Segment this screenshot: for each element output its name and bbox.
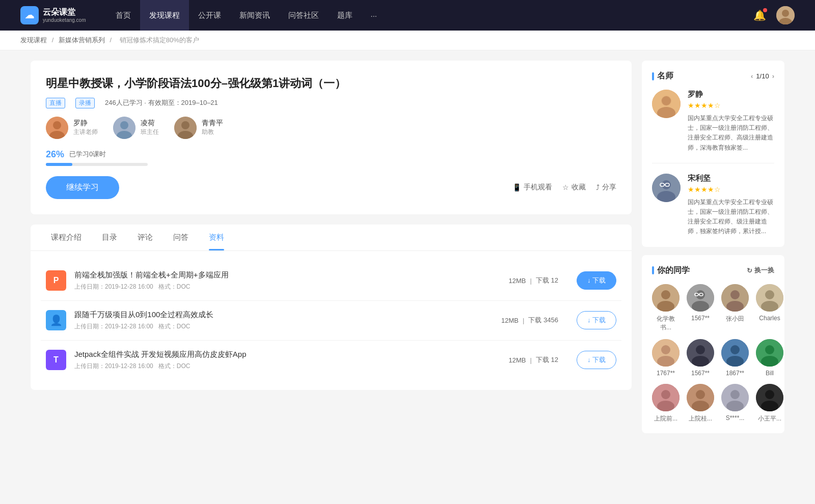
resource-icon-3: T (46, 350, 66, 370)
tab-reviews[interactable]: 评论 (127, 225, 163, 250)
mobile-icon: 📱 (512, 183, 521, 191)
svg-point-57 (726, 401, 744, 411)
notification-bell[interactable]: 🔔 (753, 9, 766, 21)
nav-item-qa[interactable]: 问答社区 (279, 0, 328, 31)
refresh-label: 换一换 (754, 266, 774, 275)
classmate-12[interactable]: 小王平... (756, 384, 783, 423)
progress-bar-bg (46, 163, 148, 166)
action-share[interactable]: ⤴ 分享 (596, 183, 616, 192)
classmate-2[interactable]: 1567** (687, 284, 714, 332)
nav-item-discover[interactable]: 发现课程 (140, 0, 189, 31)
sidebar-teacher-2-stars: ★★★★☆ (688, 185, 774, 193)
nav-item-open[interactable]: 公开课 (189, 0, 230, 31)
nav-item-more[interactable]: ··· (362, 0, 387, 31)
classmate-6-name: 1567** (691, 370, 710, 377)
breadcrumb-link-discover[interactable]: 发现课程 (20, 36, 47, 44)
classmate-3[interactable]: 张小田 (721, 284, 749, 332)
sidebar-teacher-1-desc: 国内某重点大学安全工程专业硕士，国家一级注册消防工程师、注册安全工程师、高级注册… (688, 114, 774, 153)
teachers-list: 罗静 主讲老师 凌荷 班主任 (46, 117, 616, 139)
svg-point-7 (120, 121, 128, 129)
svg-point-1 (782, 10, 789, 17)
classmate-10-name: 上院桂... (689, 414, 712, 423)
sidebar-teacher-2: 宋利坚 ★★★★☆ 国内某重点大学安全工程专业硕士，国家一级注册消防工程师、注册… (652, 174, 774, 237)
classmate-6[interactable]: 1567** (687, 339, 714, 377)
teachers-next-btn[interactable]: › (772, 72, 774, 80)
classmates-card: 你的同学 ↻ 换一换 化学教书... 1567** (642, 255, 784, 433)
teacher-2-name: 凌荷 (141, 119, 159, 128)
resource-meta-1: 上传日期：2019-12-28 16:00 格式：DOC (74, 283, 500, 291)
notification-dot (763, 8, 767, 12)
teachers-prev-btn[interactable]: ‹ (751, 72, 753, 80)
breadcrumb-sep-2: / (110, 36, 113, 44)
nav-right: 🔔 (753, 6, 795, 24)
teacher-1-name: 罗静 (73, 119, 98, 128)
course-meta-text: 246人已学习 · 有效期至：2019–10–21 (105, 98, 218, 107)
classmate-4[interactable]: Charles (756, 284, 783, 332)
teacher-1-info: 罗静 主讲老师 (73, 119, 98, 136)
teacher-3-avatar (174, 117, 197, 139)
classmate-1-avatar (652, 284, 680, 312)
teachers-pagination: ‹ 1/10 › (751, 72, 774, 80)
classmates-grid: 化学教书... 1567** 张小田 (652, 284, 774, 423)
nav-items: 首页 发现课程 公开课 新闻资讯 问答社区 题库 ··· (106, 0, 753, 31)
sidebar-teacher-1: 罗静 ★★★★☆ 国内某重点大学安全工程专业硕士，国家一级注册消防工程师、注册安… (652, 90, 774, 163)
breadcrumb-link-series[interactable]: 新媒体营销系列 (59, 36, 105, 44)
classmate-7[interactable]: 1867** (721, 339, 749, 377)
continue-button[interactable]: 继续学习 (46, 176, 119, 199)
download-button-1[interactable]: ↓ 下载 (577, 271, 616, 290)
resource-info-2: 跟随千万级项目从0到100全过程高效成长 上传日期：2019-12-28 16:… (74, 310, 493, 331)
classmate-12-avatar (756, 384, 783, 411)
tab-qa[interactable]: 问答 (163, 225, 199, 250)
classmate-11[interactable]: S****... (721, 384, 749, 423)
progress-section: 26% 已学习0课时 (46, 149, 616, 166)
progress-label: 26% 已学习0课时 (46, 149, 616, 160)
classmate-8[interactable]: Bill (756, 339, 783, 377)
nav-item-quiz[interactable]: 题库 (328, 0, 362, 31)
resource-name-1: 前端全栈加强版！前端全栈+全周期+多端应用 (74, 270, 500, 280)
progress-bar-fill (46, 163, 72, 166)
progress-text: 已学习0课时 (69, 150, 106, 159)
classmate-8-avatar (756, 339, 783, 367)
classmate-3-name: 张小田 (726, 315, 744, 323)
action-favorite[interactable]: ☆ 收藏 (562, 183, 586, 192)
teachers-label: 名师 (652, 71, 673, 81)
classmate-5[interactable]: 1767** (652, 339, 680, 377)
download-button-3[interactable]: ↓ 下载 (577, 351, 616, 369)
resource-name-2: 跟随千万级项目从0到100全过程高效成长 (74, 310, 493, 320)
classmate-10[interactable]: 上院桂... (687, 384, 714, 423)
action-mobile[interactable]: 📱 手机观看 (512, 183, 552, 192)
resource-stats-3: 12MB | 下载 12 (508, 355, 558, 365)
user-avatar[interactable] (776, 6, 795, 24)
refresh-icon: ↻ (747, 267, 752, 274)
svg-point-44 (730, 345, 740, 354)
classmate-2-name: 1567** (691, 315, 710, 322)
classmate-5-name: 1767** (657, 370, 675, 377)
teacher-1-role: 主讲老师 (73, 128, 98, 136)
classmate-8-name: Bill (766, 370, 774, 377)
classmate-1[interactable]: 化学教书... (652, 284, 680, 332)
navbar: ☁ 云朵课堂 yunduoketang.com 首页 发现课程 公开课 新闻资讯… (0, 0, 815, 31)
action-links: 📱 手机观看 ☆ 收藏 ⤴ 分享 (512, 183, 616, 192)
nav-item-news[interactable]: 新闻资讯 (230, 0, 279, 31)
classmate-9[interactable]: 上院前... (652, 384, 680, 423)
teacher-3-info: 青青平 助教 (202, 119, 223, 136)
svg-point-10 (181, 121, 189, 129)
main-layout: 明星中教授课，小学阶段语法100分–强化级第1讲动词（一） 直播 录播 246人… (10, 50, 805, 452)
teachers-sidebar-card: 名师 ‹ 1/10 › 罗静 (642, 61, 784, 247)
breadcrumb-current: 销冠修炼术搞定80%的客户 (120, 36, 199, 44)
svg-point-53 (696, 390, 705, 399)
classmate-11-avatar (721, 384, 749, 411)
tab-intro[interactable]: 课程介绍 (41, 225, 92, 250)
tab-catalog[interactable]: 目录 (92, 225, 127, 250)
refresh-classmates-btn[interactable]: ↻ 换一换 (747, 266, 774, 275)
nav-item-home[interactable]: 首页 (106, 0, 140, 31)
download-button-2[interactable]: ↓ 下载 (577, 311, 616, 329)
classmate-5-avatar (652, 339, 680, 367)
tab-resources[interactable]: 资料 (199, 225, 234, 250)
teacher-2-role: 班主任 (141, 128, 159, 136)
svg-point-45 (726, 356, 744, 367)
logo[interactable]: ☁ 云朵课堂 yunduoketang.com (20, 6, 86, 24)
course-title: 明星中教授课，小学阶段语法100分–强化级第1讲动词（一） (46, 76, 616, 92)
svg-point-41 (696, 345, 705, 354)
resource-info-3: Jetpack全组件实战 开发短视频应用高仿皮皮虾App 上传日期：2019-1… (74, 350, 500, 371)
